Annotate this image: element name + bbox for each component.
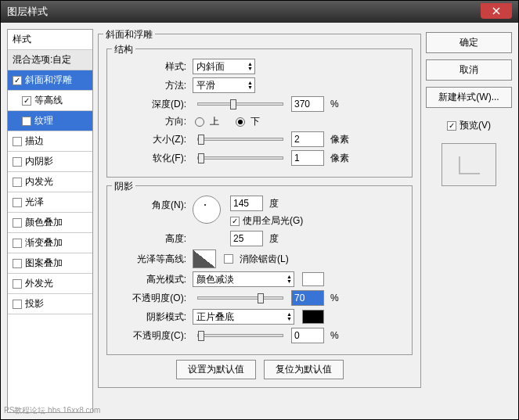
chevron-updown-icon: ▲▼ bbox=[247, 62, 253, 71]
shadow-opacity-input[interactable]: 0 bbox=[291, 328, 324, 343]
sidebar-item-0[interactable]: 斜面和浮雕 bbox=[8, 70, 92, 91]
depth-input[interactable]: 370 bbox=[291, 96, 324, 112]
sidebar-item-label: 颜色叠加 bbox=[25, 216, 63, 229]
sidebar-item-checkbox[interactable] bbox=[22, 117, 31, 126]
set-default-button[interactable]: 设置为默认值 bbox=[176, 360, 256, 379]
size-unit: 像素 bbox=[330, 133, 349, 146]
angle-unit: 度 bbox=[269, 197, 279, 210]
highlight-opacity-slider[interactable] bbox=[197, 296, 283, 300]
depth-slider[interactable] bbox=[197, 102, 283, 106]
size-label: 大小(Z): bbox=[115, 133, 189, 146]
sidebar-item-label: 斜面和浮雕 bbox=[25, 74, 72, 87]
chevron-updown-icon: ▲▼ bbox=[287, 275, 292, 284]
angle-control[interactable] bbox=[193, 196, 221, 224]
preview-icon bbox=[453, 152, 485, 178]
sidebar-item-8[interactable]: 渐变叠加 bbox=[8, 233, 92, 253]
direction-down-label: 下 bbox=[250, 115, 260, 128]
shadow-mode-label: 阴影模式: bbox=[115, 311, 189, 324]
sidebar-item-11[interactable]: 投影 bbox=[8, 294, 92, 314]
sidebar-item-checkbox[interactable] bbox=[13, 218, 22, 228]
sidebar-item-checkbox[interactable] bbox=[13, 76, 22, 85]
shadow-mode-select[interactable]: 正片叠底 ▲▼ bbox=[193, 309, 294, 325]
chevron-updown-icon: ▲▼ bbox=[287, 312, 292, 321]
shading-group: 阴影 角度(N): 145 度 使用全局光(G) bbox=[106, 185, 413, 355]
sidebar-item-checkbox[interactable] bbox=[13, 137, 22, 146]
gloss-contour-picker[interactable] bbox=[193, 249, 216, 268]
group-title: 斜面和浮雕 bbox=[103, 28, 155, 41]
style-label: 样式: bbox=[115, 60, 189, 74]
blend-options[interactable]: 混合选项:自定 bbox=[8, 50, 92, 70]
sidebar-item-checkbox[interactable] bbox=[22, 96, 31, 106]
soften-input[interactable]: 1 bbox=[291, 150, 324, 166]
sidebar-item-label: 描边 bbox=[25, 135, 44, 148]
depth-unit: % bbox=[330, 99, 339, 109]
chevron-updown-icon: ▲▼ bbox=[247, 81, 253, 90]
highlight-opacity-unit: % bbox=[330, 293, 339, 303]
highlight-mode-select[interactable]: 颜色减淡 ▲▼ bbox=[193, 271, 294, 287]
direction-up-label: 上 bbox=[210, 115, 219, 128]
sidebar-item-2[interactable]: 纹理 bbox=[8, 111, 92, 131]
preview-checkbox[interactable] bbox=[447, 121, 456, 131]
sidebar-item-checkbox[interactable] bbox=[13, 178, 22, 187]
sidebar-item-checkbox[interactable] bbox=[13, 259, 22, 268]
angle-input[interactable]: 145 bbox=[230, 196, 263, 211]
global-light-checkbox[interactable] bbox=[230, 217, 240, 226]
sidebar-item-4[interactable]: 内阴影 bbox=[8, 152, 92, 172]
new-style-button[interactable]: 新建样式(W)... bbox=[426, 87, 512, 108]
sidebar-item-checkbox[interactable] bbox=[13, 279, 22, 289]
antialias-checkbox[interactable] bbox=[224, 254, 233, 264]
close-button[interactable] bbox=[481, 3, 512, 19]
sidebar-item-label: 外发光 bbox=[25, 277, 53, 290]
sidebar-header[interactable]: 样式 bbox=[8, 30, 92, 50]
dialog-buttons: 确定 取消 新建样式(W)... 预览(V) bbox=[426, 29, 512, 413]
direction-up-radio[interactable] bbox=[195, 117, 204, 127]
reset-default-button[interactable]: 复位为默认值 bbox=[264, 360, 344, 379]
structure-group: 结构 样式: 内斜面 ▲▼ 方法: 平滑 ▲▼ bbox=[106, 48, 413, 178]
sidebar-item-checkbox[interactable] bbox=[13, 239, 22, 248]
shadow-opacity-slider[interactable] bbox=[197, 334, 283, 337]
titlebar: 图层样式 bbox=[1, 1, 518, 23]
gloss-contour-label: 光泽等高线: bbox=[115, 253, 189, 266]
size-slider[interactable] bbox=[197, 138, 283, 141]
sidebar-item-label: 投影 bbox=[25, 297, 44, 311]
sidebar-item-checkbox[interactable] bbox=[13, 300, 22, 309]
altitude-label: 高度: bbox=[115, 232, 189, 246]
preview-label: 预览(V) bbox=[460, 119, 491, 132]
sidebar-item-5[interactable]: 内发光 bbox=[8, 172, 92, 192]
structure-title: 结构 bbox=[112, 43, 135, 56]
bevel-emboss-group: 斜面和浮雕 结构 样式: 内斜面 ▲▼ 方法: 平滑 bbox=[98, 34, 421, 388]
direction-down-radio[interactable] bbox=[236, 117, 245, 127]
depth-label: 深度(D): bbox=[115, 98, 189, 111]
highlight-color-swatch[interactable] bbox=[302, 272, 324, 286]
angle-label: 角度(N): bbox=[115, 196, 189, 212]
highlight-opacity-input[interactable]: 70 bbox=[291, 290, 324, 306]
sidebar-item-1[interactable]: 等高线 bbox=[8, 91, 92, 111]
soften-unit: 像素 bbox=[330, 152, 349, 165]
sidebar-item-10[interactable]: 外发光 bbox=[8, 274, 92, 294]
sidebar-item-6[interactable]: 光泽 bbox=[8, 192, 92, 213]
sidebar-item-label: 渐变叠加 bbox=[25, 236, 63, 249]
highlight-mode-label: 高光模式: bbox=[115, 273, 189, 286]
altitude-input[interactable]: 25 bbox=[230, 231, 263, 246]
preview-thumbnail bbox=[442, 143, 496, 186]
sidebar-item-7[interactable]: 颜色叠加 bbox=[8, 213, 92, 233]
style-select[interactable]: 内斜面 ▲▼ bbox=[193, 59, 255, 74]
shadow-opacity-unit: % bbox=[330, 330, 339, 341]
sidebar-item-label: 纹理 bbox=[34, 114, 53, 127]
altitude-unit: 度 bbox=[269, 232, 279, 246]
method-select[interactable]: 平滑 ▲▼ bbox=[193, 77, 255, 93]
sidebar-item-3[interactable]: 描边 bbox=[8, 131, 92, 152]
soften-slider[interactable] bbox=[197, 156, 283, 160]
sidebar-item-checkbox[interactable] bbox=[13, 198, 22, 207]
ok-button[interactable]: 确定 bbox=[426, 32, 512, 53]
size-input[interactable]: 2 bbox=[291, 131, 324, 147]
cancel-button[interactable]: 取消 bbox=[426, 59, 512, 81]
sidebar-item-checkbox[interactable] bbox=[13, 157, 22, 167]
direction-label: 方向: bbox=[115, 115, 189, 128]
sidebar-item-label: 图案叠加 bbox=[25, 257, 63, 270]
shadow-color-swatch[interactable] bbox=[302, 310, 324, 324]
close-icon bbox=[492, 7, 500, 15]
window-title: 图层样式 bbox=[7, 5, 48, 19]
sidebar-item-9[interactable]: 图案叠加 bbox=[8, 253, 92, 274]
sidebar-item-label: 内发光 bbox=[25, 175, 53, 188]
